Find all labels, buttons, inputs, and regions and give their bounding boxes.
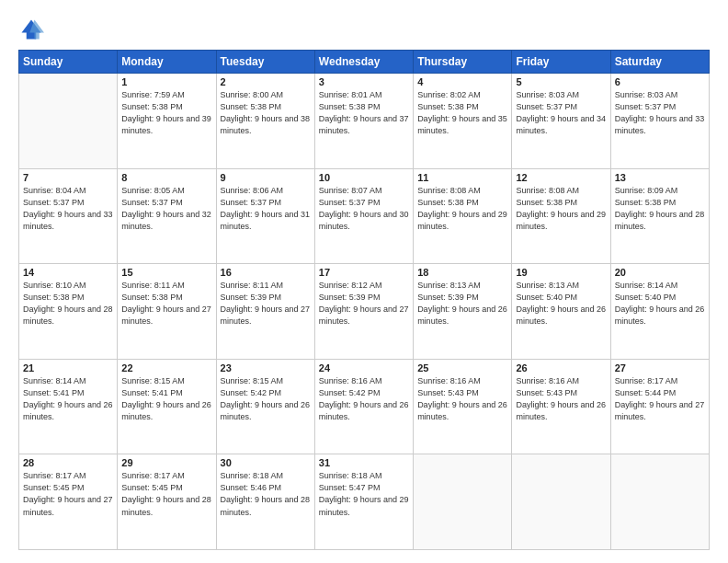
calendar-cell [512,454,610,550]
calendar-header-row: Sunday Monday Tuesday Wednesday Thursday… [19,51,710,74]
day-number: 20 [615,267,705,278]
day-info: Sunrise: 8:14 AMSunset: 5:41 PMDaylight:… [23,375,113,423]
day-number: 28 [23,457,113,468]
calendar-cell: 5Sunrise: 8:03 AMSunset: 5:37 PMDaylight… [512,74,610,169]
calendar-cell: 26Sunrise: 8:16 AMSunset: 5:43 PMDayligh… [512,359,610,454]
day-number: 13 [615,172,705,183]
day-number: 25 [417,362,507,373]
col-tuesday: Tuesday [216,51,314,74]
calendar-cell: 15Sunrise: 8:11 AMSunset: 5:38 PMDayligh… [118,264,216,360]
day-info: Sunrise: 7:59 AMSunset: 5:38 PMDaylight:… [121,89,211,137]
calendar-cell [610,454,709,550]
day-number: 27 [615,362,705,373]
day-info: Sunrise: 8:11 AMSunset: 5:39 PMDaylight:… [221,280,311,327]
day-number: 31 [319,457,409,468]
day-info: Sunrise: 8:13 AMSunset: 5:39 PMDaylight:… [417,280,507,327]
calendar-cell: 10Sunrise: 8:07 AMSunset: 5:37 PMDayligh… [314,168,413,264]
day-info: Sunrise: 8:05 AMSunset: 5:37 PMDaylight:… [121,185,211,233]
logo [18,17,48,42]
day-info: Sunrise: 8:04 AMSunset: 5:37 PMDaylight:… [23,185,113,233]
day-info: Sunrise: 8:17 AMSunset: 5:45 PMDaylight:… [121,470,211,518]
calendar-cell: 22Sunrise: 8:15 AMSunset: 5:41 PMDayligh… [118,359,216,454]
day-number: 1 [121,76,211,87]
calendar-cell: 6Sunrise: 8:03 AMSunset: 5:37 PMDaylight… [610,74,709,169]
day-number: 22 [121,362,211,373]
calendar-cell: 27Sunrise: 8:17 AMSunset: 5:44 PMDayligh… [610,359,709,454]
calendar-cell: 28Sunrise: 8:17 AMSunset: 5:45 PMDayligh… [19,454,118,550]
calendar-cell: 29Sunrise: 8:17 AMSunset: 5:45 PMDayligh… [118,454,216,550]
calendar-cell: 9Sunrise: 8:06 AMSunset: 5:37 PMDaylight… [216,168,314,264]
day-number: 15 [121,267,211,278]
day-info: Sunrise: 8:02 AMSunset: 5:38 PMDaylight:… [417,89,507,137]
day-info: Sunrise: 8:12 AMSunset: 5:39 PMDaylight:… [319,280,409,327]
calendar-cell: 8Sunrise: 8:05 AMSunset: 5:37 PMDaylight… [118,168,216,264]
day-number: 30 [221,457,311,468]
day-number: 18 [417,267,507,278]
day-number: 19 [516,267,606,278]
day-number: 3 [319,76,409,87]
day-info: Sunrise: 8:11 AMSunset: 5:38 PMDaylight:… [121,280,211,327]
day-info: Sunrise: 8:18 AMSunset: 5:46 PMDaylight:… [221,470,311,518]
calendar-cell: 2Sunrise: 8:00 AMSunset: 5:38 PMDaylight… [216,74,314,169]
day-number: 10 [319,172,409,183]
calendar-cell: 20Sunrise: 8:14 AMSunset: 5:40 PMDayligh… [610,264,709,360]
calendar-cell: 14Sunrise: 8:10 AMSunset: 5:38 PMDayligh… [19,264,118,360]
day-number: 11 [417,172,507,183]
calendar-table: Sunday Monday Tuesday Wednesday Thursday… [18,50,710,550]
col-sunday: Sunday [19,51,118,74]
day-info: Sunrise: 8:00 AMSunset: 5:38 PMDaylight:… [221,89,311,137]
day-number: 14 [23,267,113,278]
day-info: Sunrise: 8:10 AMSunset: 5:38 PMDaylight:… [23,280,113,327]
day-info: Sunrise: 8:06 AMSunset: 5:37 PMDaylight:… [221,185,311,233]
day-info: Sunrise: 8:14 AMSunset: 5:40 PMDaylight:… [615,280,705,327]
calendar-cell [414,454,512,550]
calendar-cell: 4Sunrise: 8:02 AMSunset: 5:38 PMDaylight… [414,74,512,169]
day-number: 6 [615,76,705,87]
calendar-cell: 18Sunrise: 8:13 AMSunset: 5:39 PMDayligh… [414,264,512,360]
calendar-cell: 3Sunrise: 8:01 AMSunset: 5:38 PMDaylight… [314,74,413,169]
calendar-cell: 1Sunrise: 7:59 AMSunset: 5:38 PMDaylight… [118,74,216,169]
calendar-cell: 23Sunrise: 8:15 AMSunset: 5:42 PMDayligh… [216,359,314,454]
calendar-cell: 21Sunrise: 8:14 AMSunset: 5:41 PMDayligh… [19,359,118,454]
logo-icon [18,17,44,42]
day-info: Sunrise: 8:15 AMSunset: 5:41 PMDaylight:… [121,375,211,423]
calendar-cell: 11Sunrise: 8:08 AMSunset: 5:38 PMDayligh… [414,168,512,264]
day-info: Sunrise: 8:03 AMSunset: 5:37 PMDaylight:… [615,89,705,137]
day-info: Sunrise: 8:08 AMSunset: 5:38 PMDaylight:… [417,185,507,233]
page: Sunday Monday Tuesday Wednesday Thursday… [0,0,728,563]
day-info: Sunrise: 8:09 AMSunset: 5:38 PMDaylight:… [615,185,705,233]
day-info: Sunrise: 8:17 AMSunset: 5:45 PMDaylight:… [23,470,113,518]
day-number: 8 [121,172,211,183]
day-number: 17 [319,267,409,278]
calendar-cell: 12Sunrise: 8:08 AMSunset: 5:38 PMDayligh… [512,168,610,264]
col-saturday: Saturday [610,51,709,74]
calendar-cell: 31Sunrise: 8:18 AMSunset: 5:47 PMDayligh… [314,454,413,550]
day-info: Sunrise: 8:17 AMSunset: 5:44 PMDaylight:… [615,375,705,423]
day-info: Sunrise: 8:07 AMSunset: 5:37 PMDaylight:… [319,185,409,233]
day-info: Sunrise: 8:01 AMSunset: 5:38 PMDaylight:… [319,89,409,137]
calendar-cell: 30Sunrise: 8:18 AMSunset: 5:46 PMDayligh… [216,454,314,550]
day-info: Sunrise: 8:18 AMSunset: 5:47 PMDaylight:… [319,470,409,518]
day-number: 12 [516,172,606,183]
day-number: 26 [516,362,606,373]
calendar-cell: 24Sunrise: 8:16 AMSunset: 5:42 PMDayligh… [314,359,413,454]
day-number: 7 [23,172,113,183]
header [18,17,710,42]
calendar-cell: 13Sunrise: 8:09 AMSunset: 5:38 PMDayligh… [610,168,709,264]
col-wednesday: Wednesday [314,51,413,74]
calendar-cell [19,74,118,169]
day-number: 4 [417,76,507,87]
calendar-cell: 7Sunrise: 8:04 AMSunset: 5:37 PMDaylight… [19,168,118,264]
col-friday: Friday [512,51,610,74]
day-info: Sunrise: 8:08 AMSunset: 5:38 PMDaylight:… [516,185,606,233]
day-number: 5 [516,76,606,87]
day-info: Sunrise: 8:16 AMSunset: 5:43 PMDaylight:… [417,375,507,423]
day-info: Sunrise: 8:16 AMSunset: 5:42 PMDaylight:… [319,375,409,423]
col-monday: Monday [118,51,216,74]
day-number: 24 [319,362,409,373]
day-number: 9 [221,172,311,183]
day-number: 29 [121,457,211,468]
day-number: 23 [221,362,311,373]
calendar-cell: 17Sunrise: 8:12 AMSunset: 5:39 PMDayligh… [314,264,413,360]
day-number: 16 [221,267,311,278]
